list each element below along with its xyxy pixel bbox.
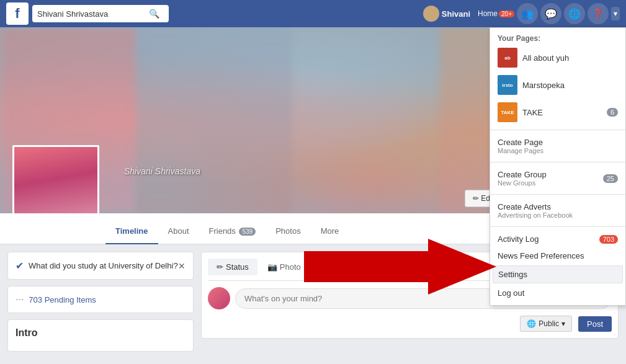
activity-log-item[interactable]: Activity Log 703 xyxy=(490,231,625,247)
take-badge: 6 xyxy=(607,108,618,117)
tab-friends[interactable]: Friends 539 xyxy=(199,219,266,244)
tab-photos[interactable]: Photos xyxy=(266,219,310,244)
dropdown-menu: Your Pages: ab All about yuh irsto Marst… xyxy=(490,27,626,306)
page-icon-3: TAKE xyxy=(498,102,517,122)
top-nav: f 🔍 Shivani Home 20+ 👥 💬 🌐 ❓ ▾ Your Page… xyxy=(0,0,626,27)
activity-log-label: Activity Log xyxy=(498,234,539,244)
question-icon: ✔ xyxy=(16,260,24,272)
question-card: ✔ What did you study at University of De… xyxy=(7,252,194,280)
settings-label: Settings xyxy=(498,270,527,279)
home-nav[interactable]: Home 20+ xyxy=(478,9,514,18)
nav-right: Shivani Home 20+ 👥 💬 🌐 ❓ ▾ Your Pages: a… xyxy=(418,3,620,24)
your-pages-label: Your Pages: xyxy=(490,32,625,44)
logout-label: Log out xyxy=(498,288,524,298)
create-page-label: Create Page xyxy=(498,138,543,147)
pending-text: 703 Pending Items xyxy=(29,295,96,304)
pending-icon: ··· xyxy=(16,294,24,305)
page-name-1: All about yuh xyxy=(522,53,569,63)
groups-badge: 25 xyxy=(603,174,618,183)
tab-more[interactable]: More xyxy=(311,219,349,244)
post-footer: 🌐 Public ▾ Post xyxy=(208,316,612,332)
question-text: What did you study at University of Delh… xyxy=(29,261,178,270)
page-item-3[interactable]: TAKE TAKE 6 xyxy=(490,99,625,126)
messenger-icon-btn[interactable]: 💬 xyxy=(540,3,561,24)
help-icon-btn[interactable]: ❓ xyxy=(588,3,609,24)
intro-card: Intro xyxy=(7,319,194,352)
post-avatar xyxy=(208,287,230,309)
user-name: Shivani xyxy=(442,9,470,19)
home-badge: 20+ xyxy=(499,11,514,17)
manage-pages-label: Manage Pages xyxy=(498,147,543,154)
pending-items: ··· 703 Pending Items xyxy=(7,286,194,313)
left-column: ✔ What did you study at University of De… xyxy=(7,252,194,352)
create-group-item[interactable]: Create Group New Groups 25 xyxy=(490,166,625,190)
page-item-2[interactable]: irsto Marstopeka xyxy=(490,71,625,99)
search-icon: 🔍 xyxy=(149,9,159,19)
page-item-1[interactable]: ab All about yuh xyxy=(490,44,625,71)
activity-badge: 703 xyxy=(599,235,618,244)
page-icon-2: irsto xyxy=(498,75,517,95)
pages-section: Your Pages: ab All about yuh irsto Marst… xyxy=(490,28,625,130)
page-name-2: Marstopeka xyxy=(522,81,565,90)
search-bar[interactable]: 🔍 xyxy=(32,5,169,22)
create-page-section: Create Page Manage Pages xyxy=(490,130,625,162)
public-button[interactable]: 🌐 Public ▾ xyxy=(520,316,572,332)
friends-badge: 539 xyxy=(239,228,256,236)
post-button[interactable]: Post xyxy=(578,316,612,332)
logout-item[interactable]: Log out xyxy=(490,285,625,301)
nav-user[interactable]: Shivani xyxy=(418,3,475,24)
post-tab-photo[interactable]: 📷 Photo xyxy=(259,259,310,275)
facebook-logo: f xyxy=(6,2,29,25)
create-group-label: Create Group xyxy=(498,170,547,179)
create-adverts-item[interactable]: Create Adverts Advertising on Facebook xyxy=(490,198,625,223)
tab-timeline[interactable]: Timeline xyxy=(105,219,158,244)
create-adverts-section: Create Adverts Advertising on Facebook xyxy=(490,195,625,227)
settings-item[interactable]: Settings xyxy=(493,265,623,283)
new-groups-label: New Groups xyxy=(498,179,547,187)
avatar xyxy=(423,6,439,22)
nav-dropdown-arrow[interactable]: ▾ xyxy=(611,7,620,20)
page-name-3: TAKE xyxy=(522,108,543,117)
create-adverts-label: Create Adverts xyxy=(498,202,573,211)
cover-name: Shivani Shrivastava xyxy=(124,166,200,176)
profile-picture xyxy=(12,145,99,213)
intro-title: Intro xyxy=(16,327,186,339)
create-group-section: Create Group New Groups 25 xyxy=(490,162,625,195)
create-page-item[interactable]: Create Page Manage Pages xyxy=(490,134,625,158)
page-icon-1: ab xyxy=(498,48,517,68)
advertising-label: Advertising on Facebook xyxy=(498,211,573,219)
post-tab-status[interactable]: ✏ Status xyxy=(208,259,257,275)
friends-icon-btn[interactable]: 👥 xyxy=(517,3,538,24)
news-feed-item[interactable]: News Feed Preferences xyxy=(490,247,625,264)
tab-about[interactable]: About xyxy=(158,219,199,244)
globe-icon-btn[interactable]: 🌐 xyxy=(564,3,585,24)
search-input[interactable] xyxy=(37,9,149,19)
question-close-button[interactable]: ✕ xyxy=(178,261,186,271)
activity-section: Activity Log 703 News Feed Preferences S… xyxy=(490,227,625,305)
news-feed-label: News Feed Preferences xyxy=(498,251,584,260)
